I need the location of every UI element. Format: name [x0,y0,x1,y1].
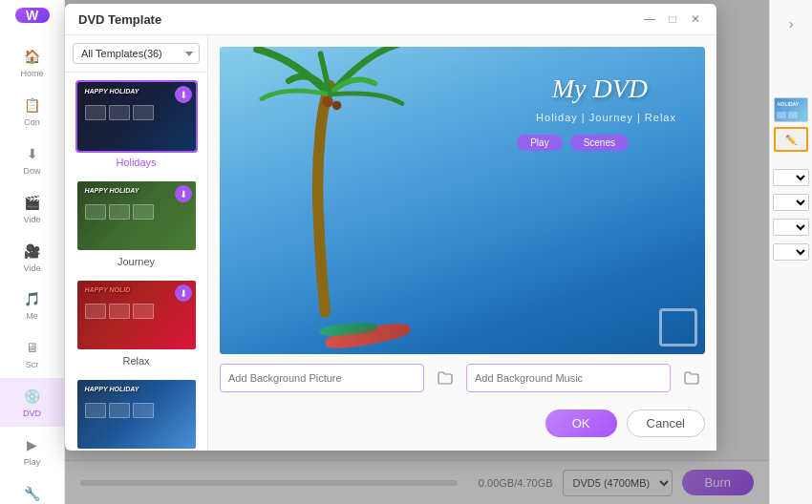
sidebar-label-video2: Vide [24,264,41,274]
home-icon: 🏠 [22,46,43,67]
right-arrow-button[interactable]: › [779,11,803,36]
action-row: OK Cancel [220,402,705,439]
dvd-subtitle: Holiday | Journey | Relax [536,112,676,123]
bg-picture-input[interactable] [220,364,424,392]
input-row [220,364,705,392]
bg-picture-folder-icon[interactable] [432,365,459,391]
dvd-icon: 💿 [22,386,43,407]
dvd-preview-bg: My DVD Holiday | Journey | Relax Play Sc… [220,47,705,354]
dvd-preview-buttons: Play Scenes [517,135,629,151]
dvd-template-modal: DVD Template — □ ✕ All Templates(36) Hol… [65,4,716,451]
dvd-preview: My DVD Holiday | Journey | Relax Play Sc… [220,47,705,354]
template-list: HAPPY HOLIDAY ⬇ Holidays [65,73,207,451]
screen-icon: 🖥 [22,337,43,358]
svg-point-1 [332,101,342,111]
template-item-journey[interactable]: HAPPY HOLIDAY ⬇ Journey [71,179,202,267]
template-dropdown-container: All Templates(36) Holidays Journey Relax… [65,35,207,73]
sidebar-label-convert: Con [24,118,40,128]
template-item-seaside[interactable]: HAPPY HOLIDAY Seaside [71,378,202,451]
right-select-4[interactable] [773,243,809,261]
bg-music-folder-icon[interactable] [678,365,705,391]
template-thumb-journey: HAPPY HOLIDAY ⬇ [75,179,198,252]
sidebar-item-home[interactable]: 🏠 Home [0,38,64,87]
sidebar-label-play: Play [24,458,41,468]
download-icon: ⬇ [22,143,43,164]
sidebar-label-dvd: DVD [23,410,41,419]
preview-panel: My DVD Holiday | Journey | Relax Play Sc… [208,35,716,451]
journey-download-icon: ⬇ [175,185,192,202]
template-name-journey: Journey [118,256,155,267]
sidebar-label-download: Dow [23,167,40,177]
svg-point-0 [322,96,332,107]
ok-button[interactable]: OK [545,410,617,437]
app-logo: W [15,8,50,23]
sidebar: W 🏠 Home 📋 Con ⬇ Dow 🎬 Vide 🎥 Vide 🎵 Me … [0,0,65,504]
sidebar-label-home: Home [20,70,43,79]
sidebar-item-dvd[interactable]: 💿 DVD [0,378,64,427]
template-thumb-seaside: HAPPY HOLIDAY [75,378,198,451]
template-filter-select[interactable]: All Templates(36) Holidays Journey Relax… [73,43,200,64]
sidebar-item-video2[interactable]: 🎥 Vide [0,233,64,282]
modal-body: All Templates(36) Holidays Journey Relax… [65,35,716,451]
right-panel: › HOLIDAY ✏️ [769,0,812,504]
maximize-button[interactable]: □ [665,11,680,27]
video2-icon: 🎥 [22,241,43,262]
right-select-2[interactable] [773,194,809,211]
right-thumb-edit[interactable]: ✏️ [774,127,808,152]
bg-music-input[interactable] [466,364,671,392]
sidebar-item-screen[interactable]: 🖥 Scr [0,329,64,378]
dvd-scenes-button[interactable]: Scenes [570,135,629,151]
sidebar-item-media[interactable]: 🎵 Me [0,281,64,329]
template-name-holidays: Holidays [116,157,156,168]
sidebar-item-video1[interactable]: 🎬 Vide [0,184,64,233]
window-controls: — □ ✕ [642,11,703,27]
app-container: W 🏠 Home 📋 Con ⬇ Dow 🎬 Vide 🎥 Vide 🎵 Me … [0,0,812,504]
template-thumb-relax: HAPPY NOLID ⬇ [75,279,198,351]
corner-decoration [659,308,697,346]
minimize-button[interactable]: — [642,11,657,27]
relax-download-icon: ⬇ [175,284,192,302]
cancel-button[interactable]: Cancel [627,410,705,437]
dvd-play-button[interactable]: Play [517,135,562,151]
holidays-download-icon: ⬇ [175,86,192,103]
video1-icon: 🎬 [22,192,43,213]
media-icon: 🎵 [22,288,43,309]
template-name-relax: Relax [122,355,149,367]
sidebar-label-screen: Scr [26,361,39,370]
sidebar-item-convert[interactable]: 📋 Con [0,87,64,136]
sidebar-item-tools[interactable]: 🔧 Tool [0,475,64,504]
sidebar-label-media: Me [26,312,38,322]
modal-title: DVD Template [78,12,161,27]
tools-icon: 🔧 [22,483,43,504]
close-button[interactable]: ✕ [688,11,703,27]
right-select-3[interactable] [773,219,809,236]
sidebar-item-play[interactable]: ▶ Play [0,427,64,475]
dvd-title: My DVD [552,74,648,104]
template-item-holidays[interactable]: HAPPY HOLIDAY ⬇ Holidays [71,80,202,168]
template-item-relax[interactable]: HAPPY NOLID ⬇ Relax [71,279,202,367]
right-thumb-holiday[interactable]: HOLIDAY [774,97,808,122]
modal-header: DVD Template — □ ✕ [65,4,716,35]
play-icon: ▶ [22,434,43,455]
sidebar-label-video1: Vide [24,216,41,225]
template-thumb-holidays: HAPPY HOLIDAY ⬇ [75,80,198,153]
template-panel: All Templates(36) Holidays Journey Relax… [65,35,208,451]
right-select-1[interactable] [773,169,809,186]
sidebar-item-download[interactable]: ⬇ Dow [0,136,64,184]
convert-icon: 📋 [22,94,43,116]
